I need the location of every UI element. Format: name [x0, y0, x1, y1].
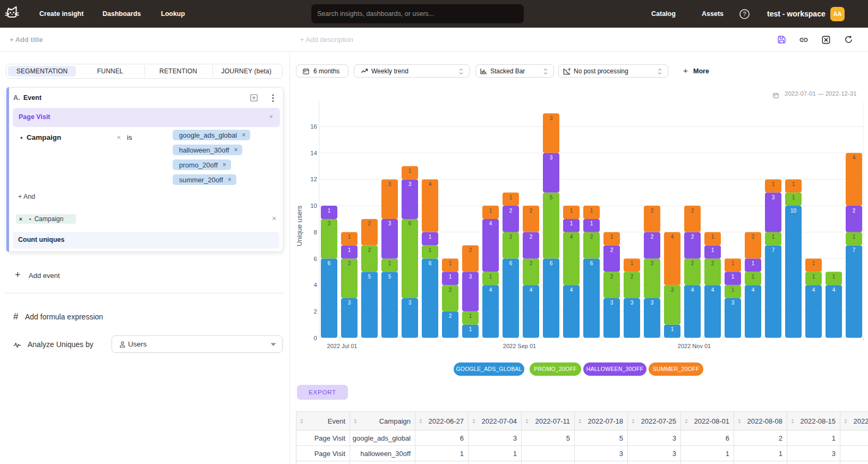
svg-text:2: 2 — [368, 247, 371, 253]
svg-text:3: 3 — [550, 155, 553, 161]
svg-text:4: 4 — [530, 287, 533, 293]
svg-text:2: 2 — [610, 274, 614, 280]
svg-text:4: 4 — [832, 287, 836, 293]
svg-text:2: 2 — [368, 221, 371, 226]
svg-text:14: 14 — [310, 150, 317, 156]
svg-text:1: 1 — [772, 181, 775, 187]
svg-text:6: 6 — [509, 260, 513, 266]
svg-text:4: 4 — [812, 287, 815, 293]
svg-text:1: 1 — [509, 195, 513, 200]
svg-text:1: 1 — [429, 234, 432, 240]
svg-text:6: 6 — [550, 260, 553, 266]
svg-text:1: 1 — [832, 274, 836, 280]
svg-text:3: 3 — [348, 260, 351, 266]
svg-text:Unique users: Unique users — [295, 205, 303, 246]
svg-text:1: 1 — [388, 260, 392, 266]
svg-text:2: 2 — [590, 234, 593, 240]
svg-text:1: 1 — [469, 326, 472, 332]
svg-text:1: 1 — [731, 260, 735, 266]
svg-text:2: 2 — [530, 260, 533, 266]
svg-text:2: 2 — [530, 208, 533, 214]
svg-text:3: 3 — [348, 300, 351, 306]
svg-text:3: 3 — [409, 181, 412, 187]
svg-text:2: 2 — [509, 208, 513, 214]
svg-text:1: 1 — [792, 181, 795, 187]
svg-text:1: 1 — [792, 195, 795, 200]
svg-text:2: 2 — [469, 247, 472, 253]
svg-text:3: 3 — [388, 181, 392, 187]
svg-text:4: 4 — [711, 287, 714, 293]
svg-text:1: 1 — [711, 247, 714, 253]
svg-text:2022 Sep 01: 2022 Sep 01 — [503, 343, 536, 349]
svg-text:2: 2 — [691, 260, 694, 266]
svg-text:12: 12 — [310, 176, 317, 182]
svg-text:0: 0 — [314, 335, 317, 341]
svg-text:6: 6 — [328, 260, 331, 266]
svg-text:1: 1 — [429, 247, 432, 253]
svg-text:2: 2 — [449, 313, 452, 319]
svg-text:6: 6 — [590, 260, 593, 266]
svg-text:1: 1 — [469, 313, 472, 319]
svg-text:1: 1 — [853, 234, 856, 240]
svg-text:1: 1 — [489, 274, 492, 280]
svg-text:4: 4 — [853, 155, 856, 161]
svg-text:1: 1 — [449, 260, 452, 266]
svg-text:2: 2 — [610, 247, 614, 253]
svg-text:8: 8 — [314, 229, 317, 235]
svg-text:2: 2 — [530, 234, 533, 240]
svg-text:5: 5 — [368, 274, 371, 280]
svg-text:1: 1 — [772, 234, 775, 240]
svg-text:2: 2 — [691, 234, 694, 240]
svg-text:2: 2 — [449, 287, 452, 293]
svg-text:3: 3 — [631, 300, 634, 306]
svg-text:1: 1 — [631, 260, 634, 266]
svg-text:4: 4 — [314, 282, 318, 288]
svg-text:3: 3 — [772, 195, 775, 200]
svg-text:4: 4 — [489, 287, 492, 293]
svg-text:4: 4 — [752, 287, 755, 293]
svg-text:6: 6 — [429, 260, 432, 266]
svg-text:1: 1 — [570, 221, 573, 226]
svg-text:4: 4 — [570, 287, 573, 293]
svg-text:1: 1 — [812, 260, 815, 266]
svg-text:1: 1 — [610, 234, 614, 240]
svg-text:3: 3 — [651, 260, 654, 266]
svg-text:2: 2 — [651, 208, 654, 214]
svg-text:2: 2 — [711, 260, 714, 266]
svg-text:1: 1 — [409, 168, 412, 174]
svg-text:1: 1 — [671, 326, 674, 332]
svg-text:1: 1 — [711, 234, 714, 240]
svg-text:3: 3 — [388, 221, 392, 226]
svg-text:7: 7 — [853, 247, 856, 253]
svg-text:4: 4 — [671, 234, 674, 240]
svg-text:2: 2 — [631, 274, 634, 280]
svg-text:2: 2 — [314, 308, 317, 315]
svg-text:1: 1 — [570, 208, 573, 214]
svg-text:1: 1 — [752, 260, 755, 266]
svg-text:1: 1 — [590, 221, 593, 226]
svg-text:1: 1 — [752, 274, 755, 280]
svg-text:3: 3 — [731, 300, 735, 306]
svg-text:4: 4 — [489, 221, 492, 226]
svg-text:5: 5 — [550, 195, 553, 200]
svg-text:10: 10 — [310, 203, 317, 209]
svg-text:3: 3 — [610, 300, 614, 306]
svg-text:16: 16 — [310, 123, 317, 130]
svg-text:2: 2 — [752, 234, 755, 240]
svg-text:2022 Jul 01: 2022 Jul 01 — [327, 343, 358, 349]
svg-text:6: 6 — [314, 256, 317, 262]
svg-text:3: 3 — [671, 287, 674, 293]
svg-text:3: 3 — [651, 300, 654, 306]
svg-text:1: 1 — [449, 274, 452, 280]
svg-text:1: 1 — [328, 208, 331, 214]
svg-text:2: 2 — [691, 208, 694, 214]
svg-text:4: 4 — [429, 181, 432, 187]
svg-text:3: 3 — [328, 221, 331, 226]
svg-text:3: 3 — [409, 300, 412, 306]
svg-text:2022 Nov 01: 2022 Nov 01 — [678, 343, 711, 349]
svg-text:1: 1 — [348, 234, 351, 240]
svg-text:1: 1 — [348, 247, 351, 253]
svg-text:1: 1 — [731, 274, 735, 280]
svg-text:4: 4 — [691, 287, 694, 293]
svg-text:?: ? — [743, 11, 746, 17]
